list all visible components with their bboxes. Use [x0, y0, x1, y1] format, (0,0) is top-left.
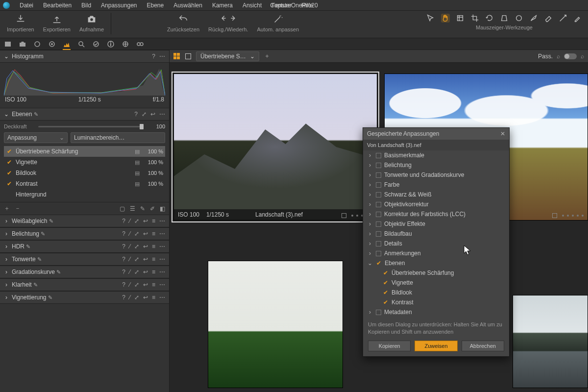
layer-type-combo[interactable]: Anpassung⌄ — [4, 132, 68, 143]
dialog-section-metadata[interactable]: › Metadaten — [363, 307, 509, 317]
auto-icon[interactable]: ⁄ — [129, 269, 130, 275]
reset-icon[interactable]: ↩ — [143, 243, 148, 250]
checkbox[interactable] — [376, 182, 381, 188]
dialog-section[interactable]: ›Tonwerte und Gradationskurve — [363, 170, 509, 180]
tab-exposure-icon[interactable] — [63, 40, 71, 48]
menu-bearbeiten[interactable]: Bearbeiten — [38, 2, 76, 9]
more-icon[interactable]: ⋯ — [159, 281, 165, 288]
expand-icon[interactable]: ⤢ — [142, 111, 147, 118]
tool-rotate[interactable] — [485, 14, 494, 23]
add-preset-button[interactable]: ＋ — [264, 52, 270, 60]
auto-icon[interactable]: ⁄ — [129, 218, 130, 224]
tool-pointer[interactable] — [426, 14, 435, 23]
panel-header[interactable]: ›Gradationskurve ✎?⁄⤢↩≡⋯ — [0, 266, 169, 278]
thumbnail-4[interactable] — [513, 295, 588, 388]
menu-ansicht[interactable]: Ansicht — [238, 2, 267, 9]
histogram-header[interactable]: ⌄ Histogramm ?⋯ — [0, 50, 169, 63]
copy-button[interactable]: Kopieren — [368, 341, 411, 351]
checkbox[interactable] — [376, 163, 381, 168]
dialog-section[interactable]: ›Details — [363, 239, 509, 248]
layer-row[interactable]: Hintergrund — [4, 189, 165, 200]
ebenen-header[interactable]: ⌄ Ebenen ✎ ? ⤢ ↩ ⋯ — [0, 108, 169, 121]
capture-button[interactable]: Aufnahme — [79, 14, 104, 32]
checkbox[interactable] — [376, 310, 381, 315]
tab-meta-icon[interactable] — [107, 40, 115, 48]
panel-header[interactable]: ›Tonwerte ✎?⁄⤢↩≡⋯ — [0, 253, 169, 266]
help-icon[interactable]: ? — [152, 53, 155, 60]
checkbox[interactable] — [376, 231, 381, 237]
preset-combo[interactable]: Übertriebene S… ⌄ — [196, 51, 259, 61]
dialog-subitem[interactable]: ✔Vignette — [363, 278, 509, 288]
copy-icon[interactable]: ⤢ — [134, 294, 139, 301]
auto-adjust-button[interactable]: Autom. anpassen — [257, 14, 299, 32]
close-icon[interactable]: ✕ — [500, 130, 505, 137]
help-icon[interactable]: ? — [122, 256, 125, 263]
preset-icon[interactable]: ≡ — [152, 269, 155, 275]
tool-gradient[interactable] — [559, 14, 567, 23]
check-icon[interactable]: ✔ — [383, 270, 389, 276]
luminance-combo[interactable]: Luminanzbereich… — [71, 132, 165, 143]
tab-color-icon[interactable] — [48, 40, 56, 48]
tab-details-icon[interactable] — [77, 40, 85, 48]
dialog-subitem[interactable]: ✔Bildlook — [363, 288, 509, 297]
opacity-slider[interactable]: Deckkraft 100 — [4, 123, 165, 129]
check-icon[interactable]: ✔ — [6, 148, 13, 155]
search-icon[interactable]: ⌕ — [581, 53, 584, 60]
auto-icon[interactable]: ⁄ — [129, 294, 130, 301]
check-icon[interactable]: ✔ — [383, 299, 389, 306]
reset-icon[interactable]: ↩ — [143, 281, 148, 288]
checkbox[interactable] — [376, 172, 381, 178]
menu-anpassungen[interactable]: Anpassungen — [96, 2, 142, 9]
rating-box[interactable] — [342, 213, 346, 218]
slider-track[interactable] — [38, 126, 144, 127]
panel-header[interactable]: ›Belichtung ✎?⁄⤢↩≡⋯ — [0, 227, 169, 240]
copy-icon[interactable]: ⤢ — [134, 218, 139, 224]
panel-header[interactable]: ›Vignettierung ✎?⁄⤢↩≡⋯ — [0, 291, 169, 304]
slider-knob[interactable] — [140, 124, 144, 129]
single-view-button[interactable] — [185, 53, 191, 59]
help-icon[interactable]: ? — [122, 218, 125, 224]
copy-icon[interactable]: ⤢ — [134, 281, 139, 288]
reset-icon[interactable]: ↩ — [143, 294, 148, 301]
check-icon[interactable]: ✔ — [6, 170, 13, 176]
reset-icon[interactable]: ↩ — [143, 269, 148, 275]
reset-button[interactable]: Zurücksetzen — [167, 14, 199, 32]
rating-box[interactable] — [552, 213, 557, 218]
auto-icon[interactable]: ⁄ — [129, 243, 130, 250]
help-icon[interactable]: ? — [122, 230, 125, 237]
gradient-icon[interactable]: ◧ — [160, 205, 165, 212]
check-icon[interactable]: ✔ — [6, 159, 13, 166]
eraser-icon[interactable]: ✐ — [150, 205, 155, 212]
more-icon[interactable]: ⋯ — [159, 53, 165, 60]
reset-icon[interactable]: ↩ — [150, 111, 155, 118]
auto-icon[interactable]: ⁄ — [129, 230, 130, 237]
reset-icon[interactable]: ↩ — [143, 218, 148, 224]
export-button[interactable]: Exportieren — [43, 14, 71, 32]
dialog-section-ebenen[interactable]: ⌄ ✔ Ebenen — [363, 258, 509, 268]
tab-capture-icon[interactable] — [19, 40, 26, 48]
help-icon[interactable]: ? — [122, 294, 125, 301]
sliders-icon[interactable]: ☰ — [130, 205, 135, 212]
dialog-section[interactable]: ›Objektivkorrektur — [363, 199, 509, 209]
help-icon[interactable]: ? — [122, 269, 125, 275]
more-icon[interactable]: ⋯ — [159, 256, 165, 263]
menu-kamera[interactable]: Kamera — [207, 2, 238, 9]
tool-spot[interactable] — [514, 14, 523, 23]
tab-library-icon[interactable] — [4, 40, 12, 48]
layer-row[interactable]: ✔Vignette▤100 % — [4, 157, 165, 168]
tool-crop[interactable] — [470, 14, 479, 23]
tool-erase[interactable] — [544, 14, 553, 23]
tab-lens-icon[interactable] — [33, 40, 41, 48]
preset-icon[interactable]: ≡ — [152, 256, 155, 263]
help-icon[interactable]: ? — [122, 281, 125, 288]
reset-icon[interactable]: ↩ — [143, 256, 148, 263]
copy-icon[interactable]: ⤢ — [134, 230, 139, 237]
dialog-subitem[interactable]: ✔Übertriebene Schärfung — [363, 268, 509, 278]
help-icon[interactable]: ? — [122, 243, 125, 250]
help-icon[interactable]: ? — [134, 111, 138, 118]
menu-auswaehlen[interactable]: Auswählen — [169, 2, 207, 9]
dialog-section[interactable]: ›Bildaufbau — [363, 229, 509, 239]
check-icon[interactable]: ✔ — [383, 279, 389, 286]
thumbnail-1[interactable]: ISO 100 1/1250 s Landschaft (3).nef — [173, 74, 377, 220]
copy-icon[interactable]: ⤢ — [134, 256, 139, 263]
